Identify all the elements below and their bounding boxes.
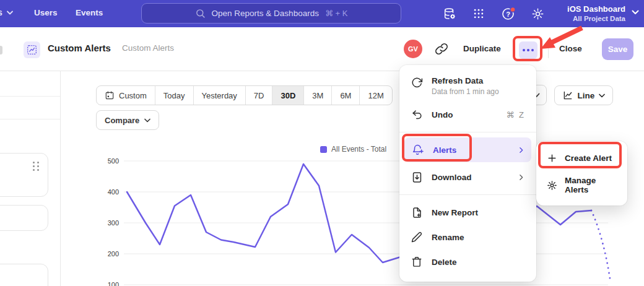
pencil-icon bbox=[411, 231, 423, 243]
settings-button[interactable] bbox=[530, 6, 545, 21]
menu-item-shortcut: ⌘ Z bbox=[506, 110, 525, 119]
menu-item-alerts[interactable]: Alerts bbox=[404, 137, 531, 162]
bell-plus-icon bbox=[412, 144, 424, 156]
copy-link-button[interactable] bbox=[435, 42, 448, 56]
range-6m[interactable]: 6M bbox=[331, 86, 359, 105]
submenu-item-create-alert[interactable]: Create Alert bbox=[536, 146, 627, 170]
report-options-menu: Refresh Data Data from 1 min ago Undo ⌘ … bbox=[399, 65, 536, 282]
menu-item-label: Refresh Data bbox=[432, 76, 483, 85]
svg-text:300: 300 bbox=[108, 219, 119, 227]
calendar-icon bbox=[105, 90, 115, 100]
help-icon: ? bbox=[501, 6, 516, 21]
menu-item-undo[interactable]: Undo ⌘ Z bbox=[399, 102, 536, 127]
sidebar-card[interactable] bbox=[0, 205, 48, 231]
svg-text:?: ? bbox=[506, 11, 510, 18]
file-plus-icon bbox=[411, 206, 423, 219]
project-scope: All Project Data bbox=[567, 14, 625, 23]
menu-item-rename[interactable]: Rename bbox=[399, 225, 536, 249]
nav-truncated-label: s bbox=[0, 7, 2, 17]
compare-button[interactable]: Compare bbox=[96, 110, 159, 130]
chart-type-button[interactable]: Line bbox=[554, 85, 613, 105]
menu-separator bbox=[399, 132, 536, 132]
plus-icon bbox=[546, 152, 557, 163]
page: s Users Events Open Reports & Dashboards… bbox=[0, 0, 644, 286]
menu-item-label: Undo bbox=[432, 110, 453, 119]
page-title: Custom Alerts bbox=[48, 43, 111, 53]
range-custom[interactable]: Custom bbox=[97, 86, 155, 105]
nav-item-events[interactable]: Events bbox=[76, 8, 103, 17]
file-download-icon bbox=[411, 171, 423, 183]
range-30d[interactable]: 30D bbox=[272, 86, 303, 105]
search-icon bbox=[195, 8, 206, 19]
date-range-control: Custom Today Yesterday 7D 30D 3M 6M 12M bbox=[96, 85, 393, 105]
header-divider bbox=[548, 42, 549, 58]
menu-item-label: New Report bbox=[432, 208, 478, 217]
menu-item-download[interactable]: Download bbox=[399, 165, 536, 189]
more-options-button[interactable] bbox=[519, 41, 537, 59]
chevron-down-icon bbox=[599, 93, 605, 98]
data-integrations-icon bbox=[443, 7, 456, 20]
range-yesterday[interactable]: Yesterday bbox=[193, 86, 245, 105]
link-icon bbox=[435, 42, 448, 56]
chevron-down-icon bbox=[7, 11, 13, 15]
svg-text:500: 500 bbox=[108, 157, 119, 165]
svg-text:400: 400 bbox=[108, 188, 119, 196]
chevron-right-icon bbox=[517, 173, 525, 181]
svg-text:100: 100 bbox=[108, 281, 119, 286]
sidebar-card[interactable] bbox=[0, 153, 48, 197]
avatar[interactable]: GV bbox=[404, 40, 422, 58]
menu-item-label: Rename bbox=[432, 233, 464, 242]
range-label: Yesterday bbox=[202, 91, 237, 100]
trash-icon bbox=[411, 256, 423, 268]
project-switcher[interactable]: iOS Dashboard All Project Data bbox=[567, 4, 625, 23]
range-3m[interactable]: 3M bbox=[303, 86, 331, 105]
range-12m[interactable]: 12M bbox=[359, 86, 391, 105]
menu-item-new-report[interactable]: New Report bbox=[399, 200, 536, 225]
chart-legend: All Events - Total bbox=[320, 145, 386, 154]
breadcrumb: Custom Alerts bbox=[122, 43, 174, 53]
range-7d[interactable]: 7D bbox=[245, 86, 272, 105]
settings-icon bbox=[531, 7, 544, 20]
help-button[interactable]: ? bbox=[501, 6, 516, 21]
range-today[interactable]: Today bbox=[155, 86, 193, 105]
range-label: 30D bbox=[281, 91, 295, 100]
project-name: iOS Dashboard bbox=[567, 4, 625, 14]
apps-grid-button[interactable] bbox=[471, 6, 486, 21]
undo-icon bbox=[411, 108, 423, 121]
sidebar-divider bbox=[0, 119, 60, 119]
gear-icon bbox=[546, 180, 557, 191]
save-button[interactable]: Save bbox=[602, 38, 633, 60]
range-label: Custom bbox=[119, 91, 147, 100]
range-label: 6M bbox=[340, 91, 351, 100]
menu-item-delete[interactable]: Delete bbox=[399, 249, 536, 274]
compare-label: Compare bbox=[105, 116, 139, 125]
legend-swatch bbox=[320, 146, 327, 153]
submenu-item-manage-alerts[interactable]: Manage Alerts bbox=[536, 170, 627, 201]
svg-text:200: 200 bbox=[108, 250, 119, 258]
chevron-down-icon bbox=[144, 118, 150, 123]
nav-truncated-item[interactable]: s bbox=[0, 7, 13, 17]
edge-truncated-element bbox=[0, 46, 2, 54]
submenu-item-label: Manage Alerts bbox=[565, 176, 617, 194]
menu-item-label: Alerts bbox=[433, 145, 456, 155]
report-header: Custom Alerts Custom Alerts GV Duplicate… bbox=[0, 27, 644, 71]
range-label: Today bbox=[163, 91, 185, 100]
menu-item-refresh-data[interactable]: Refresh Data Data from 1 min ago bbox=[399, 71, 536, 100]
search-placeholder: Open Reports & Dashboards bbox=[212, 9, 319, 18]
left-sidebar bbox=[0, 71, 61, 286]
legend-label: All Events - Total bbox=[331, 145, 386, 154]
apps-grid-icon bbox=[472, 7, 485, 20]
nav-item-users[interactable]: Users bbox=[34, 8, 58, 17]
range-label: 12M bbox=[368, 91, 383, 100]
menu-item-label: Delete bbox=[432, 258, 457, 267]
sidebar-card[interactable] bbox=[0, 264, 48, 286]
duplicate-button[interactable]: Duplicate bbox=[463, 44, 501, 53]
data-integrations-button[interactable] bbox=[442, 6, 457, 21]
menu-separator bbox=[399, 194, 536, 195]
top-nav: s Users Events Open Reports & Dashboards… bbox=[0, 0, 644, 27]
search-input[interactable]: Open Reports & Dashboards ⌘ + K bbox=[141, 3, 401, 24]
drag-handle-icon[interactable] bbox=[33, 162, 40, 171]
line-chart-icon bbox=[562, 90, 573, 101]
close-button[interactable]: Close bbox=[559, 44, 582, 53]
range-label: 3M bbox=[312, 91, 323, 100]
